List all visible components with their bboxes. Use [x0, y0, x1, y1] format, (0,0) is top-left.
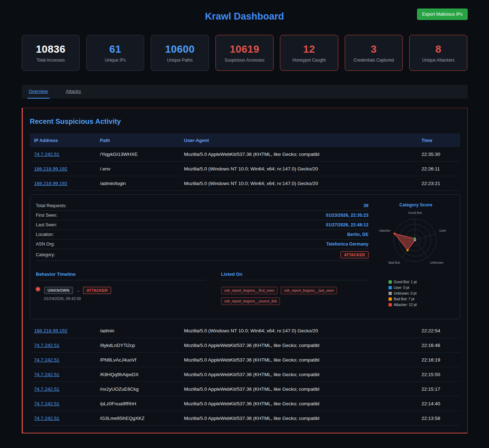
detail-field-category: Category:ATTACKER	[36, 249, 369, 261]
time-cell: 22:15:17	[422, 386, 444, 392]
svg-text:Good Bot: Good Bot	[408, 211, 422, 215]
stat-value: 12	[303, 43, 315, 55]
path-cell: /admin	[100, 328, 184, 333]
field-value: 01/27/2026, 22:48:12	[326, 222, 369, 227]
listed-on-badge[interactable]: cidr_report_bogons__source_link	[221, 297, 280, 305]
tab-attacks[interactable]: Attacks	[64, 85, 83, 99]
ip-link[interactable]: 74.7.242.51	[34, 372, 59, 377]
radar-chart-title: Category Score	[378, 202, 454, 207]
ip-link[interactable]: 74.7.242.51	[34, 401, 59, 406]
ip-link[interactable]: 74.7.242.51	[34, 343, 59, 348]
path-cell: /admin/login	[100, 181, 184, 186]
user-agent-cell: Mozilla/5.0 AppleWebKit/537.36 (KHTML, l…	[184, 372, 422, 377]
ip-detail-bottom-sections: Behavior Timeline UNKNOWN → ATTACKER 01/…	[36, 272, 369, 305]
table-row[interactable]: 74.7.242.51/YiqykGI13WHXEMozilla/5.0 App…	[30, 147, 460, 162]
table-row[interactable]: 74.7.242.51/PN9LvAcJ4uoVfMozilla/5.0 App…	[30, 353, 460, 367]
field-label: Total Requests:	[36, 203, 67, 208]
legend-swatch	[389, 280, 392, 284]
stat-value: 8	[435, 43, 441, 55]
detail-field-first-seen: First Seen:01/23/2026, 22:35:23	[36, 211, 369, 220]
ip-address-cell: 74.7.242.51	[34, 372, 100, 377]
field-value: 01/23/2026, 22:35:23	[326, 213, 369, 218]
ip-detail-panel: Total Requests:39First Seen:01/23/2026, …	[30, 194, 460, 319]
table-row[interactable]: 188.218.99.192/admin/loginMozilla/5.0 (W…	[30, 176, 460, 191]
user-agent-cell: Mozilla/5.0 AppleWebKit/537.36 (KHTML, l…	[184, 357, 422, 363]
stat-card-honeypot-caught: 12Honeypot Caught	[280, 35, 338, 71]
stat-label: Unique Paths	[167, 58, 193, 63]
user-agent-cell: Mozilla/5.0 AppleWebKit/537.36 (KHTML, l…	[184, 416, 422, 421]
ip-link[interactable]: 74.7.242.51	[34, 416, 59, 421]
krawl-dashboard-page: Krawl Dashboard Export Malicious IPs 108…	[22, 0, 468, 439]
behavior-timeline-title: Behavior Timeline	[36, 272, 206, 280]
recent-suspicious-activity-panel: Recent Suspicious Activity IP AddressPat…	[22, 108, 468, 433]
listed-on-badges: cidr_report_bogons__first_seencidr_repor…	[221, 287, 369, 305]
field-value: Berlin, DE	[347, 232, 369, 237]
table-row[interactable]: 188.218.99.192/.envMozilla/5.0 (Windows …	[30, 162, 460, 176]
user-agent-cell: Mozilla/5.0 AppleWebKit/537.36 (KHTML, l…	[184, 401, 422, 406]
tab-overview[interactable]: Overview	[27, 85, 50, 99]
ip-address-cell: 188.218.99.192	[34, 181, 100, 186]
ip-address-cell: 188.218.99.192	[34, 166, 100, 172]
svg-text:Attacker: Attacker	[379, 229, 390, 232]
ip-link[interactable]: 74.7.242.51	[34, 152, 59, 157]
legend-label: Bad Bot: 7 pt	[394, 297, 415, 301]
timeline-entry: UNKNOWN → ATTACKER 01/24/2026, 09:42:00	[36, 287, 206, 301]
legend-item-good-bot: Good Bot: 1 pt	[389, 280, 454, 284]
legend-label: Good Bot: 1 pt	[394, 280, 417, 284]
detail-field-last-seen: Last Seen:01/27/2026, 22:48:12	[36, 220, 369, 230]
ip-link[interactable]: 188.218.99.192	[34, 181, 68, 186]
stat-card-unique-attackers: 8Unique Attackers	[409, 35, 467, 71]
table-row[interactable]: 74.7.242.51/K8HQq9hAipeDXMozilla/5.0 App…	[30, 367, 460, 382]
table-body: 74.7.242.51/YiqykGI13WHXEMozilla/5.0 App…	[30, 147, 460, 426]
table-header-row: IP AddressPathUser-AgentTime	[30, 133, 460, 147]
category-score-radar-chart: Good BotUserUnknownBad BotAttacker	[378, 208, 454, 274]
ip-link[interactable]: 188.218.99.192	[34, 328, 68, 333]
timeline-transition: UNKNOWN → ATTACKER	[44, 287, 111, 294]
ip-detail-field-list: Total Requests:39First Seen:01/23/2026, …	[36, 201, 369, 261]
stats-row: 10836Total Accesses61Unique IPs10600Uniq…	[22, 35, 468, 71]
timeline-timestamp: 01/24/2026, 09:42:00	[44, 296, 111, 301]
time-cell: 22:15:50	[422, 372, 444, 377]
svg-text:Bad Bot: Bad Bot	[388, 261, 400, 264]
path-cell: /pLz0Fnua9fRhH	[100, 401, 184, 406]
column-header-ip-address: IP Address	[34, 138, 100, 143]
time-cell: 22:14:40	[422, 401, 444, 406]
legend-label: User: 0 pt	[394, 286, 409, 290]
legend-swatch	[389, 297, 392, 301]
stat-card-suspicious-accesses: 10619Suspicious Accesses	[215, 35, 274, 71]
timeline-marker-dot	[36, 287, 40, 291]
legend-item-user: User: 0 pt	[389, 286, 454, 290]
user-agent-cell: Mozilla/5.0 AppleWebKit/537.36 (KHTML, l…	[184, 343, 422, 348]
ip-link[interactable]: 74.7.242.51	[34, 386, 59, 392]
stat-value: 10619	[230, 43, 259, 55]
export-malicious-ips-button[interactable]: Export Malicious IPs	[417, 9, 467, 20]
user-agent-cell: Mozilla/5.0 AppleWebKit/537.36 (KHTML, l…	[184, 152, 422, 157]
suspicious-activity-table: IP AddressPathUser-AgentTime 74.7.242.51…	[30, 133, 460, 426]
table-row[interactable]: 74.7.242.51/8ykdLnDYTi2cpMozilla/5.0 App…	[30, 338, 460, 353]
stat-label: Honeypot Caught	[292, 58, 326, 63]
path-cell: /8ykdLnDYTi2cp	[100, 343, 184, 348]
stat-label: Unique IPs	[105, 58, 126, 63]
time-cell: 22:26:11	[422, 166, 444, 172]
path-cell: /nx2yUOZuE6Ckg	[100, 386, 184, 392]
ip-address-cell: 188.218.99.192	[34, 328, 100, 333]
table-row[interactable]: 74.7.242.51/pLz0Fnua9fRhHMozilla/5.0 App…	[30, 396, 460, 411]
listed-on-badge[interactable]: cidr_report_bogons__last_seen	[281, 287, 337, 294]
ip-address-cell: 74.7.242.51	[34, 401, 100, 406]
ip-address-cell: 74.7.242.51	[34, 152, 100, 157]
path-cell: /YiqykGI13WHXE	[100, 152, 184, 157]
behavior-timeline-section: Behavior Timeline UNKNOWN → ATTACKER 01/…	[36, 272, 206, 305]
table-row[interactable]: 188.218.99.192/adminMozilla/5.0 (Windows…	[30, 323, 460, 338]
ip-address-cell: 74.7.242.51	[34, 343, 100, 348]
time-cell: 22:23:21	[422, 181, 444, 186]
table-row[interactable]: 74.7.242.51/nx2yUOZuE6CkgMozilla/5.0 App…	[30, 382, 460, 396]
path-cell: /G3Lme9ShEQgXKZ	[100, 416, 184, 421]
stat-value: 10600	[165, 43, 194, 55]
time-cell: 22:13:58	[422, 416, 444, 421]
panel-title: Recent Suspicious Activity	[30, 117, 460, 126]
stat-card-credentials-captured: 3Credentials Captured	[345, 35, 403, 71]
listed-on-badge[interactable]: cidr_report_bogons__first_seen	[221, 287, 278, 294]
table-row[interactable]: 74.7.242.51/G3Lme9ShEQgXKZMozilla/5.0 Ap…	[30, 411, 460, 426]
ip-link[interactable]: 74.7.242.51	[34, 357, 59, 363]
ip-link[interactable]: 188.218.99.192	[34, 166, 68, 172]
